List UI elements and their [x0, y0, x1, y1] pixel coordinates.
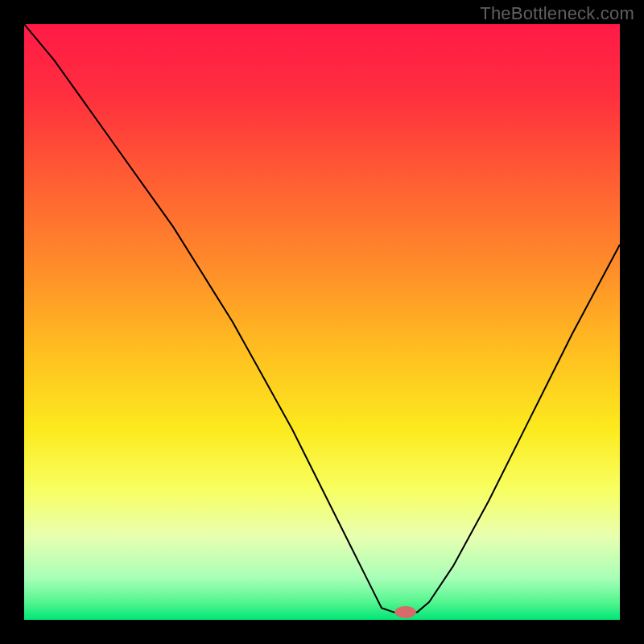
- bottleneck-chart: [24, 24, 620, 620]
- watermark-label: TheBottleneck.com: [480, 3, 634, 24]
- chart-frame: TheBottleneck.com: [0, 0, 644, 644]
- optimal-marker: [394, 606, 416, 618]
- plot-area: [24, 24, 620, 620]
- gradient-background: [24, 24, 620, 620]
